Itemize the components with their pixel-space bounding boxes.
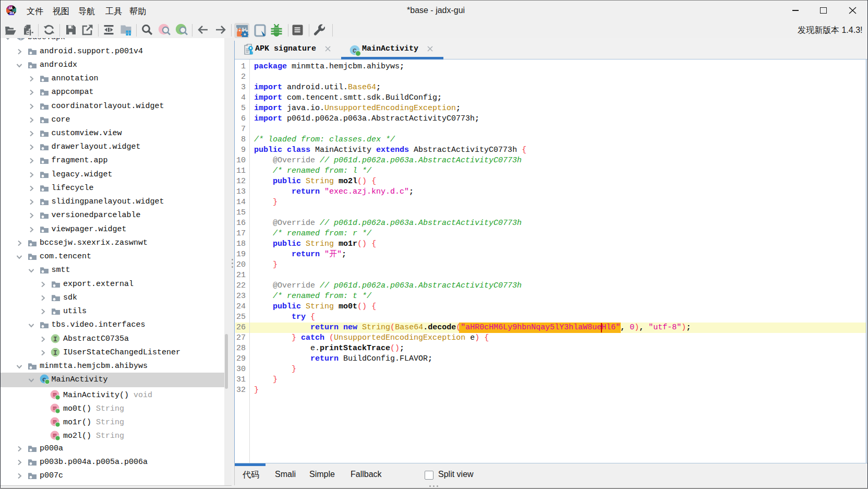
svg-text:DX: DX xyxy=(10,11,15,15)
svg-text:JA: JA xyxy=(8,6,13,10)
